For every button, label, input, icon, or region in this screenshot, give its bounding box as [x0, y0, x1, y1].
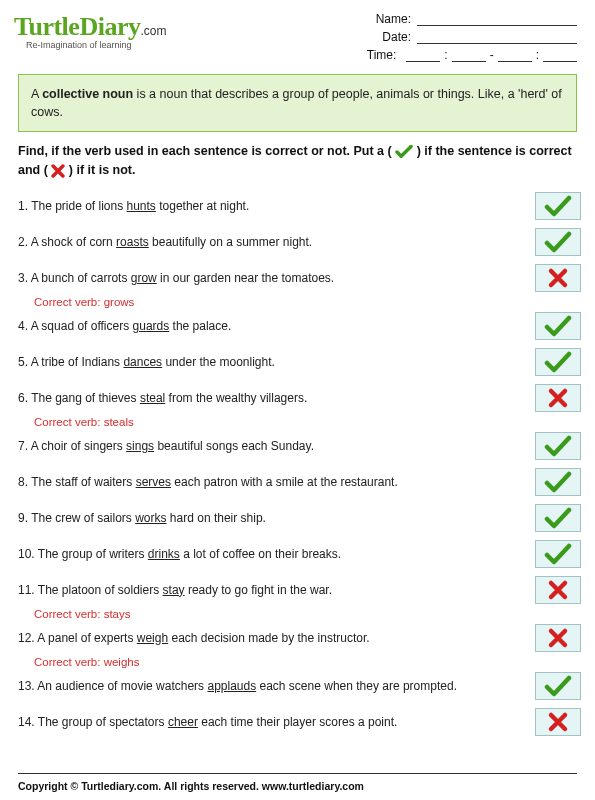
- question-row: 9. The crew of sailors works hard on the…: [18, 502, 581, 535]
- time-field-2[interactable]: [452, 48, 486, 62]
- answer-box[interactable]: [535, 708, 581, 736]
- question-text: 3. A bunch of carrots grow in our garden…: [18, 270, 535, 287]
- correction-text: Correct verb: steals: [34, 416, 581, 428]
- correction-text: Correct verb: grows: [34, 296, 581, 308]
- question-row: 2. A shock of corn roasts beautifully on…: [18, 226, 581, 259]
- date-label: Date:: [382, 30, 411, 44]
- question-text: 4. A squad of officers guards the palace…: [18, 318, 535, 335]
- meta-time-row: Time: : - :: [317, 48, 577, 62]
- question-row: 4. A squad of officers guards the palace…: [18, 310, 581, 343]
- question-row: 13. An audience of movie watchers applau…: [18, 670, 581, 703]
- answer-box[interactable]: [535, 540, 581, 568]
- instr-p1: Find, if the verb used in each sentence …: [18, 144, 392, 158]
- answer-box[interactable]: [535, 228, 581, 256]
- cross-icon: [547, 711, 569, 733]
- answer-box[interactable]: [535, 192, 581, 220]
- question-text: 9. The crew of sailors works hard on the…: [18, 510, 535, 527]
- question-text: 11. The platoon of soldiers stay ready t…: [18, 582, 535, 599]
- cross-icon: [51, 164, 65, 178]
- question-row: 12. A panel of experts weigh each decisi…: [18, 622, 581, 655]
- check-icon: [544, 507, 572, 529]
- time-field-4[interactable]: [543, 48, 577, 62]
- question-row: 6. The gang of thieves steal from the we…: [18, 382, 581, 415]
- cross-icon: [547, 387, 569, 409]
- question-text: 8. The staff of waiters serves each patr…: [18, 474, 535, 491]
- name-field[interactable]: [417, 12, 577, 26]
- question-text: 7. A choir of singers sings beautiful so…: [18, 438, 535, 455]
- logo-area: TurtleDiary.com Re-Imagination of learni…: [14, 12, 214, 62]
- logo-tld: .com: [140, 24, 166, 38]
- question-text: 14. The group of spectators cheer each t…: [18, 714, 535, 731]
- correction-text: Correct verb: weighs: [34, 656, 581, 668]
- question-text: 13. An audience of movie watchers applau…: [18, 678, 535, 695]
- question-text: 1. The pride of lions hunts together at …: [18, 198, 535, 215]
- correction-text: Correct verb: stays: [34, 608, 581, 620]
- question-text: 12. A panel of experts weigh each decisi…: [18, 630, 535, 647]
- check-icon: [395, 145, 413, 159]
- check-icon: [544, 231, 572, 253]
- check-icon: [544, 195, 572, 217]
- question-row: 1. The pride of lions hunts together at …: [18, 190, 581, 223]
- answer-box[interactable]: [535, 468, 581, 496]
- question-row: 3. A bunch of carrots grow in our garden…: [18, 262, 581, 295]
- answer-box[interactable]: [535, 312, 581, 340]
- time-field-3[interactable]: [498, 48, 532, 62]
- question-text: 6. The gang of thieves steal from the we…: [18, 390, 535, 407]
- worksheet-header: TurtleDiary.com Re-Imagination of learni…: [0, 0, 595, 68]
- question-list: 1. The pride of lions hunts together at …: [18, 190, 581, 739]
- question-text: 10. The group of writers drinks a lot of…: [18, 546, 535, 563]
- logo: TurtleDiary.com: [14, 12, 214, 42]
- check-icon: [544, 351, 572, 373]
- question-row: 14. The group of spectators cheer each t…: [18, 706, 581, 739]
- answer-box[interactable]: [535, 504, 581, 532]
- answer-box[interactable]: [535, 432, 581, 460]
- time-label: Time:: [367, 48, 397, 62]
- rule-term: collective noun: [42, 87, 133, 101]
- meta-name-row: Name:: [317, 12, 577, 26]
- check-icon: [544, 471, 572, 493]
- logo-brand: TurtleDiary: [14, 12, 140, 41]
- time-field-1[interactable]: [406, 48, 440, 62]
- answer-box[interactable]: [535, 576, 581, 604]
- question-row: 5. A tribe of Indians dances under the m…: [18, 346, 581, 379]
- meta-date-row: Date:: [317, 30, 577, 44]
- question-row: 11. The platoon of soldiers stay ready t…: [18, 574, 581, 607]
- answer-box[interactable]: [535, 624, 581, 652]
- question-row: 8. The staff of waiters serves each patr…: [18, 466, 581, 499]
- question-text: 2. A shock of corn roasts beautifully on…: [18, 234, 535, 251]
- question-row: 10. The group of writers drinks a lot of…: [18, 538, 581, 571]
- instr-p3: ) if it is not.: [69, 163, 136, 177]
- check-icon: [544, 435, 572, 457]
- question-text: 5. A tribe of Indians dances under the m…: [18, 354, 535, 371]
- answer-box[interactable]: [535, 384, 581, 412]
- date-field[interactable]: [417, 30, 577, 44]
- cross-icon: [547, 579, 569, 601]
- question-row: 7. A choir of singers sings beautiful so…: [18, 430, 581, 463]
- instructions: Find, if the verb used in each sentence …: [18, 142, 577, 180]
- rule-pre: A: [31, 87, 42, 101]
- cross-icon: [547, 267, 569, 289]
- meta-block: Name: Date: Time: : - :: [317, 12, 577, 62]
- rule-definition-box: A collective noun is a noun that describ…: [18, 74, 577, 132]
- answer-box[interactable]: [535, 672, 581, 700]
- check-icon: [544, 315, 572, 337]
- logo-tagline: Re-Imagination of learning: [26, 40, 214, 50]
- check-icon: [544, 543, 572, 565]
- cross-icon: [547, 627, 569, 649]
- footer: Copyright © Turtlediary.com. All rights …: [18, 773, 577, 792]
- check-icon: [544, 675, 572, 697]
- name-label: Name:: [376, 12, 411, 26]
- answer-box[interactable]: [535, 348, 581, 376]
- answer-box[interactable]: [535, 264, 581, 292]
